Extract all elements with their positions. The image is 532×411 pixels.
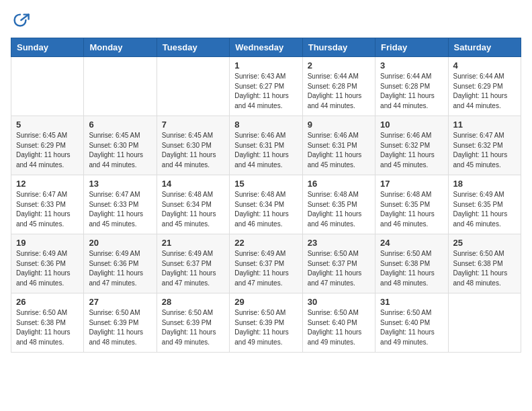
calendar-cell: 8Sunrise: 6:46 AM Sunset: 6:31 PM Daylig…: [230, 116, 302, 175]
page-header: [11, 11, 521, 30]
day-number: 27: [89, 297, 151, 307]
logo: [11, 11, 32, 30]
calendar-cell: 28Sunrise: 6:50 AM Sunset: 6:39 PM Dayli…: [157, 293, 229, 353]
calendar-cell: 24Sunrise: 6:50 AM Sunset: 6:38 PM Dayli…: [375, 234, 448, 293]
day-number: 30: [308, 297, 370, 307]
day-info: Sunrise: 6:49 AM Sunset: 6:37 PM Dayligh…: [162, 249, 224, 288]
calendar-cell: 9Sunrise: 6:46 AM Sunset: 6:31 PM Daylig…: [302, 116, 375, 175]
day-number: 22: [234, 238, 297, 248]
calendar-cell: [84, 57, 157, 116]
day-number: 31: [380, 297, 443, 307]
day-number: 6: [89, 120, 151, 130]
calendar-cell: 2Sunrise: 6:44 AM Sunset: 6:28 PM Daylig…: [302, 57, 375, 116]
calendar-week-1: 1Sunrise: 6:43 AM Sunset: 6:27 PM Daylig…: [11, 57, 521, 116]
column-header-friday: Friday: [375, 38, 448, 57]
calendar-week-5: 26Sunrise: 6:50 AM Sunset: 6:38 PM Dayli…: [11, 293, 521, 353]
calendar-cell: 12Sunrise: 6:47 AM Sunset: 6:33 PM Dayli…: [11, 175, 84, 234]
day-info: Sunrise: 6:49 AM Sunset: 6:35 PM Dayligh…: [453, 190, 516, 229]
calendar-week-4: 19Sunrise: 6:49 AM Sunset: 6:36 PM Dayli…: [11, 234, 521, 293]
day-info: Sunrise: 6:44 AM Sunset: 6:28 PM Dayligh…: [380, 72, 443, 111]
day-number: 12: [16, 179, 79, 189]
day-info: Sunrise: 6:49 AM Sunset: 6:36 PM Dayligh…: [89, 249, 151, 288]
day-number: 21: [162, 238, 224, 248]
calendar-cell: 3Sunrise: 6:44 AM Sunset: 6:28 PM Daylig…: [375, 57, 448, 116]
calendar-week-2: 5Sunrise: 6:45 AM Sunset: 6:29 PM Daylig…: [11, 116, 521, 175]
day-number: 24: [380, 238, 443, 248]
day-info: Sunrise: 6:50 AM Sunset: 6:39 PM Dayligh…: [89, 308, 151, 347]
day-number: 16: [308, 179, 370, 189]
day-info: Sunrise: 6:50 AM Sunset: 6:38 PM Dayligh…: [16, 308, 79, 347]
day-info: Sunrise: 6:50 AM Sunset: 6:39 PM Dayligh…: [162, 308, 224, 347]
day-info: Sunrise: 6:50 AM Sunset: 6:38 PM Dayligh…: [453, 249, 516, 288]
day-info: Sunrise: 6:50 AM Sunset: 6:40 PM Dayligh…: [380, 308, 443, 347]
day-number: 19: [16, 238, 79, 248]
day-number: 20: [89, 238, 151, 248]
day-info: Sunrise: 6:48 AM Sunset: 6:34 PM Dayligh…: [162, 190, 224, 229]
calendar-cell: 18Sunrise: 6:49 AM Sunset: 6:35 PM Dayli…: [448, 175, 521, 234]
day-number: 17: [380, 179, 443, 189]
day-number: 2: [308, 60, 370, 71]
day-info: Sunrise: 6:48 AM Sunset: 6:34 PM Dayligh…: [234, 190, 297, 229]
calendar-cell: 4Sunrise: 6:44 AM Sunset: 6:29 PM Daylig…: [448, 57, 521, 116]
day-info: Sunrise: 6:43 AM Sunset: 6:27 PM Dayligh…: [234, 72, 297, 111]
calendar-cell: 21Sunrise: 6:49 AM Sunset: 6:37 PM Dayli…: [157, 234, 229, 293]
calendar-cell: [448, 293, 521, 353]
day-info: Sunrise: 6:45 AM Sunset: 6:30 PM Dayligh…: [89, 131, 151, 170]
day-number: 13: [89, 179, 151, 189]
day-number: 1: [234, 60, 297, 71]
day-number: 10: [380, 120, 443, 130]
calendar-cell: 29Sunrise: 6:50 AM Sunset: 6:39 PM Dayli…: [230, 293, 302, 353]
day-info: Sunrise: 6:49 AM Sunset: 6:37 PM Dayligh…: [234, 249, 297, 288]
svg-rect-0: [11, 11, 30, 30]
day-info: Sunrise: 6:47 AM Sunset: 6:32 PM Dayligh…: [453, 131, 516, 170]
day-number: 18: [453, 179, 516, 189]
day-number: 29: [234, 297, 297, 307]
day-info: Sunrise: 6:45 AM Sunset: 6:29 PM Dayligh…: [16, 131, 79, 170]
calendar-cell: [157, 57, 229, 116]
day-info: Sunrise: 6:50 AM Sunset: 6:39 PM Dayligh…: [234, 308, 297, 347]
day-info: Sunrise: 6:49 AM Sunset: 6:36 PM Dayligh…: [16, 249, 79, 288]
day-info: Sunrise: 6:44 AM Sunset: 6:29 PM Dayligh…: [453, 72, 516, 111]
day-info: Sunrise: 6:47 AM Sunset: 6:33 PM Dayligh…: [89, 190, 151, 229]
day-info: Sunrise: 6:48 AM Sunset: 6:35 PM Dayligh…: [380, 190, 443, 229]
calendar-cell: 22Sunrise: 6:49 AM Sunset: 6:37 PM Dayli…: [230, 234, 302, 293]
calendar-cell: 15Sunrise: 6:48 AM Sunset: 6:34 PM Dayli…: [230, 175, 302, 234]
calendar-cell: 6Sunrise: 6:45 AM Sunset: 6:30 PM Daylig…: [84, 116, 157, 175]
column-header-saturday: Saturday: [448, 38, 521, 57]
calendar-cell: 23Sunrise: 6:50 AM Sunset: 6:37 PM Dayli…: [302, 234, 375, 293]
column-header-monday: Monday: [84, 38, 157, 57]
day-info: Sunrise: 6:48 AM Sunset: 6:35 PM Dayligh…: [308, 190, 370, 229]
column-header-sunday: Sunday: [11, 38, 84, 57]
day-number: 15: [234, 179, 297, 189]
calendar-cell: 10Sunrise: 6:46 AM Sunset: 6:32 PM Dayli…: [375, 116, 448, 175]
calendar-header-row: SundayMondayTuesdayWednesdayThursdayFrid…: [11, 38, 521, 57]
day-number: 11: [453, 120, 516, 130]
day-info: Sunrise: 6:47 AM Sunset: 6:33 PM Dayligh…: [16, 190, 79, 229]
day-info: Sunrise: 6:45 AM Sunset: 6:30 PM Dayligh…: [162, 131, 224, 170]
calendar-cell: 5Sunrise: 6:45 AM Sunset: 6:29 PM Daylig…: [11, 116, 84, 175]
day-info: Sunrise: 6:50 AM Sunset: 6:37 PM Dayligh…: [308, 249, 370, 288]
calendar-cell: 20Sunrise: 6:49 AM Sunset: 6:36 PM Dayli…: [84, 234, 157, 293]
day-number: 3: [380, 60, 443, 71]
calendar-cell: 26Sunrise: 6:50 AM Sunset: 6:38 PM Dayli…: [11, 293, 84, 353]
logo-icon: [11, 11, 30, 30]
day-number: 4: [453, 60, 516, 71]
column-header-tuesday: Tuesday: [157, 38, 229, 57]
calendar-cell: 13Sunrise: 6:47 AM Sunset: 6:33 PM Dayli…: [84, 175, 157, 234]
day-number: 23: [308, 238, 370, 248]
calendar-cell: 27Sunrise: 6:50 AM Sunset: 6:39 PM Dayli…: [84, 293, 157, 353]
day-number: 26: [16, 297, 79, 307]
column-header-wednesday: Wednesday: [230, 38, 302, 57]
day-info: Sunrise: 6:50 AM Sunset: 6:38 PM Dayligh…: [380, 249, 443, 288]
calendar-table: SundayMondayTuesdayWednesdayThursdayFrid…: [11, 38, 521, 353]
day-info: Sunrise: 6:46 AM Sunset: 6:32 PM Dayligh…: [380, 131, 443, 170]
day-info: Sunrise: 6:46 AM Sunset: 6:31 PM Dayligh…: [234, 131, 297, 170]
day-number: 14: [162, 179, 224, 189]
column-header-thursday: Thursday: [302, 38, 375, 57]
day-number: 25: [453, 238, 516, 248]
calendar-cell: 11Sunrise: 6:47 AM Sunset: 6:32 PM Dayli…: [448, 116, 521, 175]
calendar-cell: 17Sunrise: 6:48 AM Sunset: 6:35 PM Dayli…: [375, 175, 448, 234]
calendar-week-3: 12Sunrise: 6:47 AM Sunset: 6:33 PM Dayli…: [11, 175, 521, 234]
day-number: 28: [162, 297, 224, 307]
calendar-cell: 31Sunrise: 6:50 AM Sunset: 6:40 PM Dayli…: [375, 293, 448, 353]
